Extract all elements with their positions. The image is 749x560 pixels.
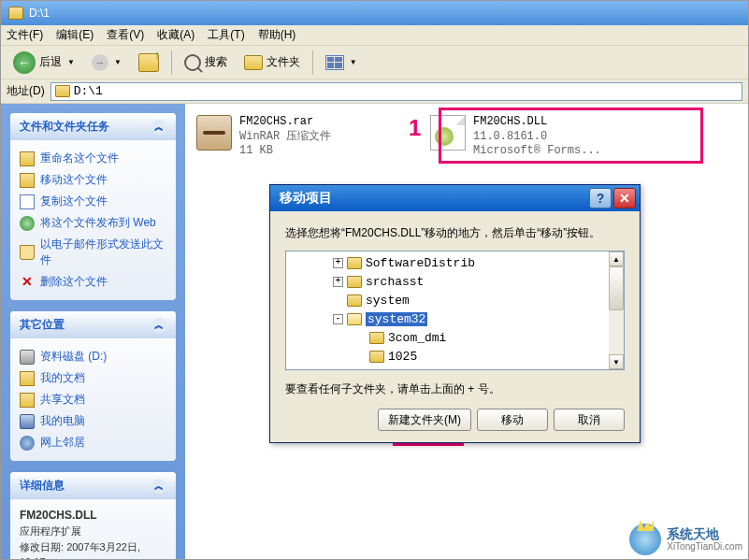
move-button[interactable]: 移动 xyxy=(477,409,548,431)
task-rename[interactable]: 重命名这个文件 xyxy=(20,148,166,169)
task-mail[interactable]: 以电子邮件形式发送此文件 xyxy=(20,234,166,271)
place-label: 共享文档 xyxy=(40,392,85,408)
forward-button[interactable]: → ▼ xyxy=(85,50,128,76)
tree-node[interactable]: 1025 xyxy=(288,347,622,366)
rename-icon xyxy=(20,151,35,166)
chevron-down-icon[interactable]: ▼ xyxy=(114,58,122,66)
scroll-up-button[interactable]: ▲ xyxy=(609,251,624,266)
task-label: 删除这个文件 xyxy=(40,274,108,290)
search-button[interactable]: 搜索 xyxy=(178,50,234,76)
place-drive[interactable]: 资料磁盘 (D:) xyxy=(20,346,166,367)
task-move[interactable]: 移动这个文件 xyxy=(20,169,166,191)
computer-icon xyxy=(20,414,35,429)
place-label: 资料磁盘 (D:) xyxy=(40,349,107,365)
details-modified-label: 修改日期: xyxy=(20,541,64,553)
tasks-panel-header[interactable]: 文件和文件夹任务 ︽ xyxy=(10,113,176,140)
back-button[interactable]: ← 后退 ▼ xyxy=(7,47,81,79)
tree-node[interactable]: +SoftwareDistrib xyxy=(288,253,622,272)
search-label: 搜索 xyxy=(205,54,227,70)
help-button[interactable]: ? xyxy=(589,188,612,208)
file-item-rar[interactable]: FM20CHS.rar WinRAR 压缩文件 11 KB xyxy=(193,111,417,163)
back-icon: ← xyxy=(13,51,36,74)
folders-button[interactable]: 文件夹 xyxy=(238,50,307,75)
separator xyxy=(171,50,172,75)
address-input[interactable]: D:\1 xyxy=(50,82,742,101)
tree-expander[interactable]: + xyxy=(333,258,343,268)
details-filename: FM20CHS.DLL xyxy=(20,509,97,522)
menu-help[interactable]: 帮助(H) xyxy=(258,27,296,43)
tree-expander[interactable]: + xyxy=(333,277,343,287)
menu-file[interactable]: 文件(F) xyxy=(7,27,43,43)
dll-icon xyxy=(430,115,466,151)
tree-label: SoftwareDistrib xyxy=(366,256,475,270)
file-name: FM20CHS.DLL xyxy=(473,115,601,130)
scroll-thumb[interactable] xyxy=(609,266,624,310)
chevron-down-icon[interactable]: ▼ xyxy=(67,58,75,66)
place-label: 我的文档 xyxy=(40,370,85,386)
tree-label: 1025 xyxy=(388,350,417,364)
place-docs[interactable]: 我的文档 xyxy=(20,367,166,389)
menu-view[interactable]: 查看(V) xyxy=(107,27,144,43)
place-shared[interactable]: 共享文档 xyxy=(20,389,166,410)
menu-favorites[interactable]: 收藏(A) xyxy=(157,27,194,43)
window-titlebar: D:\1 xyxy=(1,1,748,25)
tree-node[interactable]: -system32 xyxy=(288,309,622,328)
views-button[interactable]: ▼ xyxy=(319,50,364,75)
task-label: 以电子邮件形式发送此文件 xyxy=(40,237,166,268)
chevron-up-icon: ︽ xyxy=(151,479,166,494)
file-size: 11 KB xyxy=(239,144,331,159)
folder-tree[interactable]: +SoftwareDistrib+srchasstsystem-system32… xyxy=(285,251,625,370)
close-button[interactable]: ✕ xyxy=(613,188,636,208)
copy-icon xyxy=(20,194,35,209)
tree-node[interactable]: system xyxy=(288,291,622,309)
chevron-down-icon[interactable]: ▼ xyxy=(350,58,357,66)
mail-icon xyxy=(20,245,35,260)
file-version: 11.0.8161.0 xyxy=(473,130,601,145)
scrollbar[interactable]: ▲ ▼ xyxy=(609,251,624,369)
chevron-up-icon: ︽ xyxy=(151,120,166,135)
folders-icon xyxy=(244,55,263,70)
chevron-up-icon: ︽ xyxy=(151,318,166,333)
sidebar: 文件和文件夹任务 ︽ 重命名这个文件移动这个文件复制这个文件将这个文件发布到 W… xyxy=(1,104,185,559)
task-label: 重命名这个文件 xyxy=(40,151,119,166)
folder-icon xyxy=(347,257,362,269)
dialog-titlebar[interactable]: 移动项目 ? ✕ xyxy=(270,185,640,211)
watermark-cn: 系统天地 xyxy=(667,527,742,541)
tree-label: srchasst xyxy=(366,275,424,289)
folder-icon xyxy=(8,7,23,20)
folder-icon xyxy=(55,85,70,97)
tree-expander[interactable]: - xyxy=(333,314,343,324)
folder-up-icon xyxy=(138,53,159,72)
places-panel-header[interactable]: 其它位置 ︽ xyxy=(10,311,176,338)
place-network[interactable]: 网上邻居 xyxy=(20,432,166,453)
up-button[interactable] xyxy=(132,49,166,77)
move-icon xyxy=(20,173,35,188)
place-computer[interactable]: 我的电脑 xyxy=(20,410,166,432)
details-panel-header[interactable]: 详细信息 ︽ xyxy=(10,472,176,499)
scroll-down-button[interactable]: ▼ xyxy=(609,354,624,369)
tree-node[interactable]: 3com_dmi xyxy=(288,328,622,347)
globe-icon xyxy=(629,524,661,555)
folder-icon xyxy=(369,332,384,344)
menu-tools[interactable]: 工具(T) xyxy=(208,27,244,43)
new-folder-button[interactable]: 新建文件夹(M) xyxy=(378,409,471,431)
task-label: 将这个文件发布到 Web xyxy=(40,215,156,231)
file-item-dll[interactable]: FM20CHS.DLL 11.0.8161.0 Microsoft® Forms… xyxy=(426,111,651,163)
address-path: D:\1 xyxy=(74,84,103,98)
task-delete[interactable]: ✕删除这个文件 xyxy=(20,271,166,293)
scroll-track[interactable] xyxy=(609,266,624,354)
addressbar: 地址(D) D:\1 xyxy=(1,79,748,104)
task-web[interactable]: 将这个文件发布到 Web xyxy=(20,212,166,234)
menu-edit[interactable]: 编辑(E) xyxy=(56,27,94,43)
task-copy[interactable]: 复制这个文件 xyxy=(20,191,166,212)
delete-icon: ✕ xyxy=(20,275,35,290)
gear-icon xyxy=(435,127,454,146)
docs-icon xyxy=(20,371,35,386)
cancel-button[interactable]: 取消 xyxy=(554,409,625,431)
tree-node[interactable]: +srchasst xyxy=(288,272,622,291)
network-icon xyxy=(20,436,35,451)
folder-icon xyxy=(347,276,362,288)
details-title: 详细信息 xyxy=(20,478,65,494)
task-label: 移动这个文件 xyxy=(40,172,108,188)
details-panel: 详细信息 ︽ FM20CHS.DLL 应用程序扩展 修改日期: 2007年3月2… xyxy=(10,472,176,559)
